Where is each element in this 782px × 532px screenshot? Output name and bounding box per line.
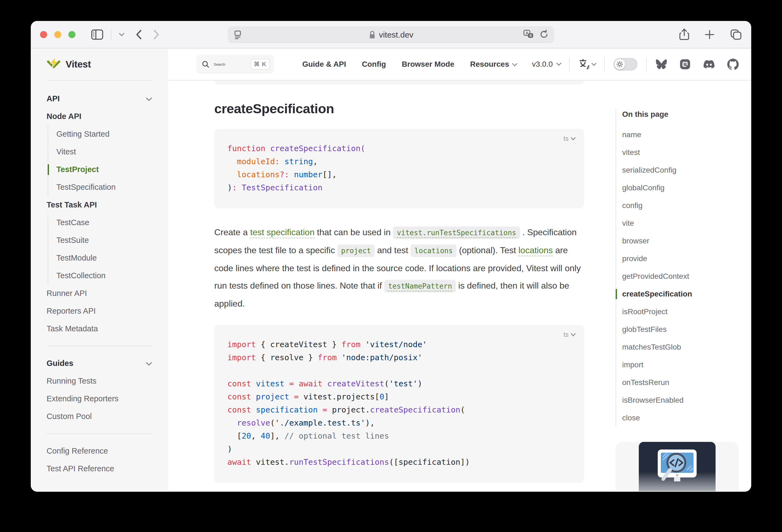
- inline-link[interactable]: test specification: [250, 227, 315, 237]
- address-bar[interactable]: vitest.dev A: [228, 26, 554, 43]
- sponsor-card[interactable]: [616, 442, 739, 491]
- nav-link[interactable]: Resources: [470, 60, 516, 69]
- outline-link[interactable]: getProvidedContext: [622, 268, 739, 285]
- sidebar-item[interactable]: Config Reference: [46, 442, 152, 460]
- search-button[interactable]: Search ⌘ K: [196, 55, 274, 74]
- outline-link[interactable]: config: [622, 197, 739, 214]
- header-divider: [569, 58, 570, 71]
- sun-icon: [616, 61, 623, 68]
- search-icon: [202, 61, 209, 68]
- sidebar-group-test-task-api[interactable]: Test Task API: [46, 196, 152, 214]
- sidebar-item[interactable]: Runner API: [46, 285, 152, 302]
- outline-link[interactable]: globTestFiles: [622, 320, 739, 338]
- sidebar-item[interactable]: TestCollection: [57, 267, 152, 285]
- outline-link[interactable]: globalConfig: [622, 179, 739, 197]
- outline-link[interactable]: onTestsRerun: [622, 374, 739, 391]
- sidebar-item[interactable]: Reporters API: [46, 302, 152, 320]
- outline-link[interactable]: createSpecification: [622, 285, 739, 303]
- inline-code: locations: [411, 245, 457, 257]
- sidebar-item[interactable]: TestSuite: [57, 232, 152, 249]
- browser-toolbar: vitest.dev A: [31, 21, 751, 48]
- sidebar-node-api-items: Getting StartedVitestTestProjectTestSpec…: [48, 125, 152, 196]
- doc-content: createSpecification ts function createSp…: [214, 80, 584, 491]
- svg-text:A: A: [586, 64, 589, 70]
- window-close-button[interactable]: [40, 31, 47, 38]
- previous-codeblock-remnant: [214, 80, 584, 85]
- outline-link[interactable]: name: [622, 126, 739, 143]
- sidebar-item[interactable]: Task Metadata: [46, 320, 152, 338]
- outline-link[interactable]: provide: [622, 250, 739, 268]
- sidebar-toggle-icon[interactable]: [91, 29, 103, 40]
- sidebar-divider: [46, 433, 152, 434]
- site-logo[interactable]: Vitest: [46, 48, 152, 80]
- url-text: vitest.dev: [379, 30, 414, 39]
- back-button[interactable]: [136, 30, 142, 39]
- nav-link[interactable]: Guide & API: [302, 60, 346, 69]
- text-run: Create a: [214, 227, 250, 237]
- sidebar-section-guides[interactable]: Guides: [46, 354, 152, 372]
- outline-link[interactable]: import: [622, 356, 739, 374]
- translate-icon[interactable]: A: [523, 30, 534, 40]
- sidebar-item[interactable]: Getting Started: [57, 125, 152, 143]
- sidebar-item[interactable]: Test API Reference: [46, 460, 152, 477]
- search-shortcut: ⌘ K: [250, 59, 270, 70]
- sidebar-item[interactable]: TestCase: [57, 214, 152, 232]
- outline-link[interactable]: isBrowserEnabled: [622, 391, 739, 409]
- inline-code: project: [337, 245, 375, 257]
- sidebar-item[interactable]: Custom Pool: [46, 407, 152, 425]
- browser-window: vitest.dev A: [31, 21, 751, 492]
- chevron-down-icon: [146, 90, 152, 108]
- page-title: createSpecification: [214, 101, 584, 116]
- reload-icon[interactable]: [540, 30, 548, 40]
- github-icon[interactable]: [727, 59, 739, 70]
- version-menu[interactable]: v3.0.0: [532, 60, 560, 69]
- chevron-down-icon[interactable]: [119, 33, 125, 36]
- sidebar-item[interactable]: TestProject: [57, 161, 152, 178]
- code-illustration: [639, 442, 716, 491]
- site-header: Search ⌘ K Guide & APIConfigBrowser Mode…: [168, 48, 751, 80]
- share-icon[interactable]: [679, 29, 689, 41]
- bluesky-icon[interactable]: [655, 59, 667, 70]
- chevron-down-icon: [146, 354, 152, 372]
- code-example: import { createVitest } from 'vitest/nod…: [227, 338, 571, 468]
- nav-link[interactable]: Browser Mode: [402, 60, 455, 69]
- text-run: (optional). Test: [457, 245, 519, 255]
- outline-link[interactable]: serializedConfig: [622, 161, 739, 179]
- sidebar-group-node-api[interactable]: Node API: [46, 108, 152, 125]
- sidebar-item[interactable]: TestModule: [57, 249, 152, 267]
- outline-aside: On this page namevitestserializedConfigg…: [616, 80, 739, 491]
- language-menu[interactable]: A: [578, 59, 596, 70]
- header-divider: [604, 58, 605, 71]
- inline-link[interactable]: vitest.runTestSpecifications: [393, 226, 520, 239]
- tab-overview-icon[interactable]: [730, 29, 742, 40]
- nav-link[interactable]: Config: [362, 60, 386, 69]
- discord-icon[interactable]: [703, 59, 715, 70]
- reader-icon[interactable]: [234, 30, 242, 39]
- traffic-lights: [40, 31, 75, 38]
- inline-link[interactable]: locations: [519, 245, 553, 255]
- sidebar-item[interactable]: TestSpecification: [57, 178, 152, 196]
- outline-link[interactable]: vite: [622, 214, 739, 232]
- sidebar-item[interactable]: Running Tests: [46, 372, 152, 390]
- site-title: Vitest: [66, 59, 91, 70]
- window-minimize-button[interactable]: [54, 31, 61, 38]
- new-tab-icon[interactable]: [704, 29, 715, 40]
- sidebar-item[interactable]: Vitest: [57, 143, 152, 161]
- forward-button[interactable]: [153, 30, 159, 39]
- theme-toggle[interactable]: [613, 58, 637, 71]
- header-nav: Guide & APIConfigBrowser ModeResources: [302, 60, 516, 69]
- outline-link[interactable]: close: [622, 409, 739, 427]
- svg-text:A: A: [526, 31, 528, 35]
- inline-link[interactable]: testNamePattern: [384, 280, 456, 292]
- code-language-badge: ts: [563, 331, 575, 339]
- outline-link[interactable]: vitest: [622, 143, 739, 161]
- code-language-badge: ts: [563, 135, 575, 142]
- window-zoom-button[interactable]: [68, 31, 75, 38]
- sidebar-item[interactable]: Extending Reporters: [46, 390, 152, 407]
- mastodon-icon[interactable]: [679, 59, 691, 70]
- outline-link[interactable]: browser: [622, 232, 739, 250]
- sidebar-section-api[interactable]: API: [46, 90, 152, 108]
- outline-link[interactable]: isRootProject: [622, 303, 739, 320]
- outline-link[interactable]: matchesTestGlob: [622, 338, 739, 356]
- sidebar-bottom-items: Config ReferenceTest API Reference: [46, 442, 152, 477]
